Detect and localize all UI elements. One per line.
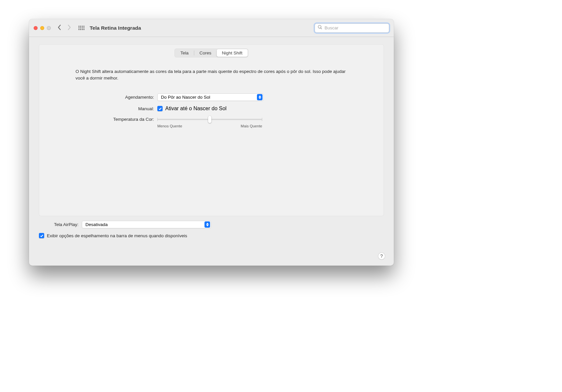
window-controls xyxy=(34,26,51,30)
tab-night-shift[interactable]: Night Shift xyxy=(217,49,248,57)
window-title: Tela Retina Integrada xyxy=(90,25,141,31)
close-button[interactable] xyxy=(34,26,38,30)
temperature-slider[interactable] xyxy=(157,116,262,123)
minimize-button[interactable] xyxy=(40,26,44,30)
chevron-updown-icon xyxy=(257,94,263,100)
airplay-label: Tela AirPlay: xyxy=(39,222,82,227)
slider-knob[interactable] xyxy=(208,116,211,123)
tick-icon xyxy=(262,118,262,121)
manual-label: Manual: xyxy=(39,106,157,111)
tab-cores[interactable]: Cores xyxy=(194,49,217,57)
temperature-min-label: Menos Quente xyxy=(157,124,182,128)
airplay-popup[interactable]: Desativada xyxy=(82,221,211,228)
show-all-button[interactable] xyxy=(78,25,84,31)
chevron-updown-icon xyxy=(204,221,210,228)
nav-buttons xyxy=(57,24,71,32)
night-shift-description: O Night Shift altera automaticamente as … xyxy=(76,68,347,82)
schedule-popup[interactable]: Do Pôr ao Nascer do Sol xyxy=(157,93,264,101)
preferences-window: Tela Retina Integrada Tela Cores Night S… xyxy=(29,19,394,266)
tick-icon xyxy=(157,118,158,121)
titlebar: Tela Retina Integrada xyxy=(29,19,394,37)
forward-button xyxy=(67,24,71,32)
temperature-label: Temperatura da Cor: xyxy=(39,116,157,122)
help-button[interactable]: ? xyxy=(378,252,385,260)
footer: Tela AirPlay: Desativada Exibir opções d… xyxy=(39,216,384,244)
mirroring-checkbox[interactable] xyxy=(39,233,44,238)
tab-tela[interactable]: Tela xyxy=(175,49,194,57)
manual-checkbox-label: Ativar até o Nascer do Sol xyxy=(165,106,227,112)
schedule-label: Agendamento: xyxy=(39,95,157,100)
airplay-value: Desativada xyxy=(85,222,202,227)
search-input[interactable] xyxy=(325,25,386,30)
tab-segmented-control: Tela Cores Night Shift xyxy=(174,49,248,57)
search-field[interactable] xyxy=(315,23,389,33)
back-button[interactable] xyxy=(57,24,61,32)
search-icon xyxy=(318,25,323,31)
manual-checkbox[interactable] xyxy=(157,106,163,111)
mirroring-label: Exibir opções de espelhamento na barra d… xyxy=(47,233,187,238)
settings-panel: Tela Cores Night Shift O Night Shift alt… xyxy=(39,44,384,216)
help-glyph: ? xyxy=(380,253,383,259)
content-area: Tela Cores Night Shift O Night Shift alt… xyxy=(29,37,394,266)
zoom-button xyxy=(47,26,51,30)
night-shift-form: Agendamento: Do Pôr ao Nascer do Sol Man… xyxy=(39,93,384,133)
schedule-value: Do Pôr ao Nascer do Sol xyxy=(161,95,254,100)
temperature-max-label: Mais Quente xyxy=(241,124,262,128)
